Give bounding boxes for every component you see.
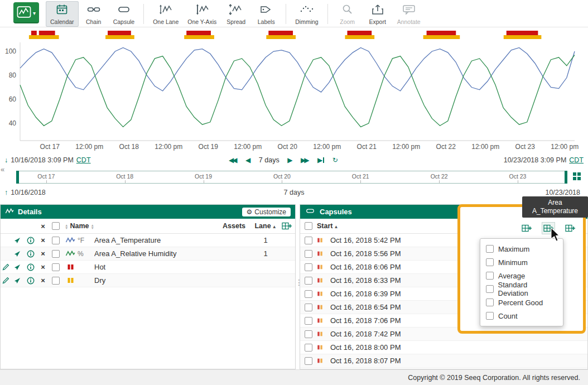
capsule-checkbox[interactable] (305, 290, 312, 298)
details-row[interactable]: × °F Area A_Temperature 1 (1, 234, 295, 247)
timeline-slider[interactable]: Oct 17Oct 18Oct 19Oct 20Oct 21Oct 22Oct … (17, 171, 567, 184)
timezone-link-end[interactable]: CDT (569, 156, 584, 164)
dry-capsule-bar (504, 35, 542, 39)
stat-checkbox[interactable] (486, 272, 494, 280)
remove-icon[interactable]: × (37, 276, 49, 285)
pin-icon[interactable] (11, 277, 24, 284)
stat-checkbox[interactable] (486, 245, 494, 253)
timeline-right-handle[interactable] (565, 171, 567, 184)
trend-chart[interactable]: 100806040 (0, 27, 588, 145)
item-name[interactable]: Area A_Relative Humidity (94, 249, 223, 258)
duration-label[interactable]: 7 days (259, 156, 279, 164)
stat-checkbox[interactable] (486, 258, 494, 266)
details-row[interactable]: × Dry (1, 274, 295, 287)
refresh-icon[interactable]: ↻ (332, 156, 338, 164)
stat-checkbox[interactable] (486, 312, 494, 320)
capsule-checkbox[interactable] (305, 263, 312, 271)
capsules-select-all-checkbox[interactable] (305, 222, 312, 230)
workbench-logo-button[interactable]: ▾ (13, 2, 39, 23)
toolbar-export-button[interactable]: Export (363, 1, 393, 27)
item-name[interactable]: Hot (94, 263, 223, 271)
item-name[interactable]: Dry (94, 276, 223, 285)
info-icon[interactable] (24, 237, 37, 244)
stat-option-minimum[interactable]: Minimum (480, 256, 563, 269)
toolbar-one-y-axis-button[interactable]: One Y-Axis (183, 1, 221, 27)
stat-checkbox[interactable] (486, 299, 494, 306)
edit-icon[interactable] (1, 277, 11, 284)
step-to-end-icon[interactable]: ▶ (317, 156, 324, 164)
edit-icon[interactable] (1, 263, 11, 271)
stat-option-percent-good[interactable]: Percent Good (480, 296, 563, 309)
toolbar-dimming-button[interactable]: Dimming (291, 1, 322, 27)
row-checkbox[interactable] (52, 263, 60, 271)
toolbar-chain-button[interactable]: Chain (79, 1, 109, 27)
gear-icon: ⚙ (247, 208, 253, 216)
name-column-header[interactable]: ▲▼Name▲▼ (63, 222, 223, 230)
capsule-condition-icon (317, 237, 330, 243)
remove-icon[interactable]: × (37, 263, 49, 271)
remove-icon[interactable]: × (37, 249, 49, 258)
capsule-checkbox[interactable] (305, 250, 312, 258)
add-column-icon[interactable] (278, 222, 295, 230)
hot-capsule-bar (186, 31, 211, 35)
row-checkbox[interactable] (52, 277, 60, 285)
start-column-header[interactable]: Start▲ (317, 222, 338, 230)
toolbar-calendar-button[interactable]: Calendar (46, 1, 79, 27)
add-column-icon-1[interactable] (520, 223, 533, 234)
toolbar-divider (327, 4, 328, 24)
pin-icon[interactable] (11, 237, 24, 244)
toolbar-capsule-button[interactable]: Capsule (109, 1, 139, 27)
info-icon[interactable] (24, 277, 37, 285)
capsule-start-time: Oct 16, 2018 5:56 PM (330, 249, 401, 258)
capsule-checkbox[interactable] (305, 277, 312, 285)
customize-button[interactable]: ⚙ Customize (242, 208, 291, 216)
select-all-checkbox[interactable] (52, 222, 60, 230)
details-row[interactable]: × % Area A_Relative Humidity 1 (1, 247, 295, 261)
stat-checkbox[interactable] (486, 285, 494, 293)
range-start-arrow-icon[interactable]: ↓ (4, 156, 8, 164)
row-checkbox[interactable] (52, 250, 60, 258)
capsule-row[interactable]: Oct 16, 2018 8:00 PM (300, 341, 587, 354)
info-icon[interactable] (24, 250, 37, 258)
capsule-checkbox[interactable] (305, 357, 312, 365)
step-forward-full-icon[interactable]: ▶▶ (301, 156, 309, 164)
add-column-icon-3[interactable] (564, 223, 576, 234)
toolbar-spread-button[interactable]: Spread (221, 1, 251, 27)
remove-all-column-header[interactable]: × (37, 222, 49, 230)
collapse-panel-icon[interactable]: « (1, 165, 4, 174)
spread-icon (229, 4, 243, 17)
step-forward-half-icon[interactable]: ▶ (287, 156, 292, 164)
stat-option-standard-deviation[interactable]: Standard Deviation (480, 282, 563, 296)
capsule-checkbox[interactable] (305, 237, 312, 244)
panel-resize-handle[interactable]: ⋮ (295, 278, 303, 287)
details-trend-icon (5, 208, 14, 216)
timeline-tick (46, 180, 47, 183)
item-name[interactable]: Area A_Temperature (94, 236, 223, 244)
timezone-link[interactable]: CDT (76, 156, 91, 164)
toolbar-one-lane-button[interactable]: One Lane (148, 1, 183, 27)
row-checkbox[interactable] (52, 237, 60, 244)
stat-option-maximum[interactable]: Maximum (480, 242, 563, 256)
capsule-checkbox[interactable] (305, 344, 312, 352)
capsule-checkbox[interactable] (305, 304, 312, 311)
pin-icon[interactable] (11, 251, 24, 257)
capsule-row[interactable]: Oct 16, 2018 8:07 PM (300, 354, 587, 368)
lane-column-header[interactable]: Lane▲ (253, 222, 278, 230)
step-back-half-icon[interactable]: ◀ (245, 156, 250, 164)
info-icon[interactable] (24, 263, 37, 271)
sort-asc-icon: ▲ (334, 224, 338, 229)
capsule-checkbox[interactable] (305, 330, 312, 338)
details-row[interactable]: × Hot (1, 261, 295, 274)
remove-icon[interactable]: × (37, 236, 49, 244)
toolbar-labels-button[interactable]: Labels (251, 1, 281, 27)
add-column-icon-2[interactable] (542, 223, 555, 234)
stat-option-count[interactable]: Count (480, 309, 563, 323)
timeline-left-handle[interactable] (16, 171, 19, 184)
step-back-full-icon[interactable]: ◀◀ (229, 156, 237, 164)
capsule-condition-icon (317, 251, 330, 257)
capsule-time-grid-icon[interactable] (572, 172, 581, 183)
assets-column-header[interactable]: Assets (223, 222, 253, 230)
capsule-checkbox[interactable] (305, 317, 312, 325)
pin-icon[interactable] (11, 264, 24, 271)
timeline-tick (282, 180, 282, 183)
